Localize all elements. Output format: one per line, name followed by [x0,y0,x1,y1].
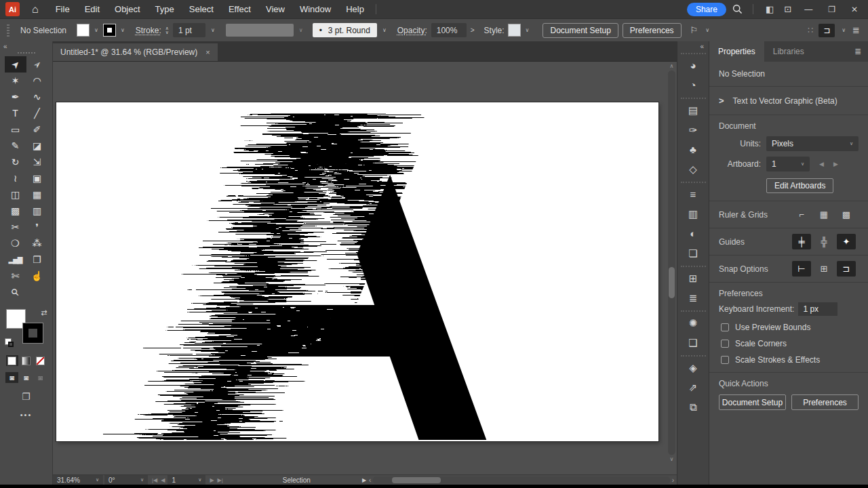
illustrator-logo[interactable]: Ai [5,2,20,16]
keyboard-increment-field[interactable]: 1 px [798,302,837,316]
horizontal-scroll-thumb[interactable] [392,477,441,483]
tool-zoom[interactable]: ⚲ [5,284,26,300]
preferences-button[interactable]: Preferences [623,23,682,38]
draw-behind-mode[interactable]: ◙ [20,372,33,383]
tool-width[interactable]: ≀ [5,170,26,186]
scroll-left-icon[interactable]: ‹ [369,476,371,484]
tool-free-transform[interactable]: ▣ [26,170,48,186]
tool-symbol-sprayer[interactable]: ⁂ [26,235,48,251]
tool-rectangle[interactable]: ▭ [5,121,26,138]
scale-corners-checkbox[interactable]: Scale Corners [721,339,859,348]
tools-collapse-icon[interactable]: « [0,41,52,50]
tool-mesh[interactable]: ▩ [5,203,26,219]
symbols-panel-icon[interactable]: ♣ [681,140,706,159]
stroke-color-swatch[interactable] [104,24,115,36]
swatches-panel-icon[interactable]: ▤ [681,100,706,120]
scale-strokes-effects-checkbox[interactable]: Scale Strokes & Effects [721,355,859,365]
chevron-down-icon[interactable]: ∨ [119,27,126,33]
tool-column-graph[interactable]: ▂▅▇ [5,251,26,268]
tool-gradient[interactable]: ▥ [26,203,48,219]
swap-fill-stroke-icon[interactable]: ⇄ [41,308,47,317]
tool-line-segment[interactable]: ╱ [26,105,48,121]
pasteboard[interactable]: A A ∧ ∨ [53,62,677,474]
none-button[interactable] [35,355,47,366]
tool-blend[interactable]: ❍ [5,235,26,251]
layers-panel-icon[interactable]: ◈ [681,358,706,378]
next-artboard-icon[interactable]: ▶ [833,161,838,167]
control-panel-menu-icon[interactable]: ≣ [852,25,860,35]
effects-panel-icon[interactable]: ✺ [681,313,706,333]
close-button[interactable]: ✕ [846,5,863,14]
last-artboard-icon[interactable]: ▶| [218,477,223,483]
color-panel-icon[interactable]: ◕ [681,56,706,75]
stroke-panel-icon[interactable]: ≡ [681,184,706,204]
show-grid-icon[interactable]: ▦ [814,207,833,222]
arrange-documents-icon[interactable]: ◧ [764,4,776,14]
export-panel-icon[interactable]: ⇗ [681,378,706,397]
snap-to-grid-icon[interactable]: ⊞ [814,261,833,277]
menu-view[interactable]: View [258,4,292,14]
gradient-panel-icon[interactable]: ▥ [681,204,706,224]
color-guide-panel-icon[interactable]: ◔ [681,75,706,95]
menu-help[interactable]: Help [338,4,372,14]
change-screen-mode-icon[interactable]: ❐ [22,391,31,402]
use-preview-bounds-checkbox[interactable]: Use Preview Bounds [721,323,859,332]
transform-panel-icon[interactable]: ⊞ [681,268,706,288]
edit-artboards-button[interactable]: Edit Artboards [766,178,833,193]
chevron-down-icon[interactable]: ∨ [165,30,169,35]
artboards-panel-icon[interactable]: ⧉ [681,397,706,417]
quick-preferences-button[interactable]: Preferences [791,394,859,410]
show-transparency-grid-icon[interactable]: ▩ [837,207,856,222]
menu-select[interactable]: Select [182,4,221,14]
scroll-up-icon[interactable]: ∧ [670,63,674,69]
draw-normal-mode[interactable]: ◙ [5,372,18,383]
tool-hand[interactable]: ☝ [26,268,48,284]
tool-shape-builder[interactable]: ◫ [5,186,26,203]
checkbox-icon[interactable] [721,323,729,331]
control-bar-grip[interactable] [7,24,9,37]
chevron-down-icon[interactable]: ∨ [524,27,531,33]
edit-toolbar-icon[interactable]: ••• [20,411,33,419]
stroke-label[interactable]: Stroke: [136,26,161,35]
gradient-button[interactable] [20,355,33,366]
align-panel-icon[interactable]: ≣ [681,288,706,308]
zoom-level-dropdown[interactable]: 31.64% ∨ [53,475,103,485]
document-setup-button[interactable]: Document Setup [542,23,618,38]
isolate-mode-icon[interactable]: ⚐ [688,25,701,35]
menu-type[interactable]: Type [148,4,182,14]
scroll-right-icon[interactable]: › [672,476,674,484]
chevron-down-icon[interactable]: ∨ [381,27,388,33]
share-button[interactable]: Share [687,3,726,16]
appearance-panel-icon[interactable]: ❏ [681,243,706,263]
tool-pencil[interactable]: ✎ [5,138,26,154]
tool-lasso[interactable]: ◠ [26,73,48,89]
stroke-weight-field[interactable]: 1 pt [173,23,205,37]
vertical-scrollbar[interactable]: ∧ ∨ [667,62,676,464]
lock-guides-icon[interactable]: ╬ [814,234,833,249]
default-fill-stroke-icon[interactable] [5,339,14,348]
menu-effect[interactable]: Effect [221,4,258,14]
scroll-down-icon[interactable]: ∨ [670,456,674,462]
tool-curvature[interactable]: ∿ [26,89,48,105]
tool-eyedropper[interactable]: ❜ [26,219,48,235]
tool-direct-selection[interactable]: ➢ [26,56,48,73]
artboard-select[interactable]: 1 ∨ [766,157,810,171]
opacity-field[interactable]: 100% [431,23,467,37]
transparency-panel-icon[interactable]: ◐ [681,224,706,243]
tool-scissors[interactable]: ✂ [5,219,26,235]
previous-artboard-icon[interactable]: ◀ [161,477,165,483]
3d-materials-panel-icon[interactable]: ◇ [681,159,706,179]
tool-magic-wand[interactable]: ✶ [5,73,26,89]
panel-menu-icon[interactable]: ≣ [848,41,868,62]
menu-object[interactable]: Object [107,4,148,14]
units-select[interactable]: Pixels ∨ [766,136,859,151]
checkbox-icon[interactable] [721,356,729,364]
tool-artboard[interactable]: ❐ [26,251,48,268]
stroke-weight-stepper[interactable]: ∧ ∨ [165,26,169,35]
tool-rotate[interactable]: ↻ [5,154,26,170]
color-button[interactable] [6,355,18,366]
rotation-dropdown[interactable]: 0° ∨ [104,475,148,485]
opacity-label[interactable]: Opacity: [397,26,427,35]
document-tab[interactable]: Untitled-1* @ 31.64 % (RGB/Preview) × [53,43,218,61]
menu-window[interactable]: Window [292,4,338,14]
